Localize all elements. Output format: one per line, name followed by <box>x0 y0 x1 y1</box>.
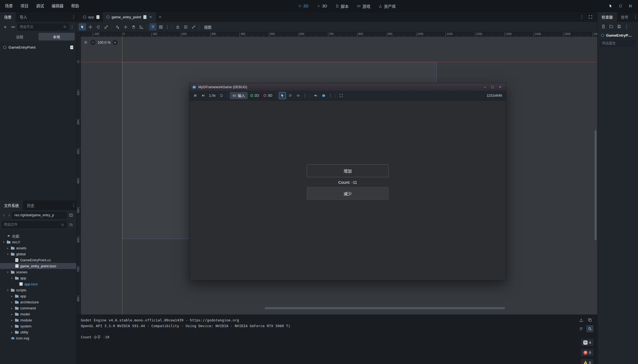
status-badge[interactable]: 0 <box>581 349 593 356</box>
current-path-input[interactable] <box>14 213 64 217</box>
file-tree-row[interactable]: assets <box>0 245 76 251</box>
remote-button[interactable]: 远程 <box>2 33 38 40</box>
file-tree-row[interactable]: architecture <box>0 299 76 305</box>
zoom-out-button[interactable]: − <box>90 40 96 45</box>
game-select-tool-button[interactable] <box>279 92 286 99</box>
minimize-window-icon[interactable]: – <box>484 85 486 89</box>
snap-options-icon[interactable]: ⋮ <box>165 25 170 29</box>
file-tree-row[interactable]: 收藏: <box>0 233 76 239</box>
expander-icon[interactable] <box>6 289 9 292</box>
menu-item[interactable]: 项目 <box>17 0 32 12</box>
local-button[interactable]: 本地 <box>39 33 75 40</box>
expander-icon[interactable] <box>6 247 9 250</box>
close-window-icon[interactable]: × <box>499 85 501 89</box>
dock-tab[interactable]: 场景 <box>0 12 16 22</box>
pause-game-button[interactable] <box>627 3 634 9</box>
instance-scene-icon[interactable] <box>10 23 17 31</box>
expander-icon[interactable] <box>10 295 13 298</box>
game-window[interactable]: MyGFrameworkGame (DEBUG) – □ × 1.0x 输入 <box>189 83 506 280</box>
pivot-tool-button[interactable] <box>122 23 129 31</box>
status-badge[interactable]: 0 <box>581 359 593 364</box>
group-node-button[interactable] <box>182 23 189 31</box>
selection-options-icon[interactable]: ⋮ <box>303 93 308 98</box>
file-tree-row[interactable]: res:// <box>0 239 76 245</box>
expander-icon[interactable] <box>10 301 13 304</box>
file-tree-row[interactable]: scenes <box>0 269 76 275</box>
scene-tab[interactable]: game_entry_point × <box>103 12 156 22</box>
file-tree-row[interactable]: game_entry_point.tscn <box>0 263 76 269</box>
canvas-horizontal-scrollbar[interactable] <box>265 307 505 309</box>
selection-list-icon[interactable] <box>287 92 294 99</box>
dock-tab[interactable]: 检查器 <box>598 12 617 22</box>
scene-tab[interactable]: app × <box>79 12 103 22</box>
dock-tab[interactable]: 导入 <box>16 12 31 22</box>
maximize-window-icon[interactable]: □ <box>492 85 494 89</box>
filter-nodes-input[interactable] <box>20 25 62 29</box>
expander-icon[interactable] <box>10 277 13 280</box>
godot-options-icon[interactable] <box>320 92 327 99</box>
new-resource-icon[interactable] <box>600 23 606 29</box>
sort-files-icon[interactable] <box>67 221 75 228</box>
input-mode-button[interactable]: 输入 <box>230 92 248 99</box>
save-resource-icon[interactable] <box>616 23 622 29</box>
expander-icon[interactable] <box>10 319 13 322</box>
2d-viewport[interactable]: 0100200300400500600700800900 − 100.0 % +… <box>76 37 597 315</box>
list-select-tool-button[interactable] <box>114 23 121 31</box>
3d-mode-button[interactable]: 3D <box>262 92 274 99</box>
search-log-icon[interactable] <box>586 325 593 332</box>
new-scene-tab-icon[interactable] <box>156 12 164 22</box>
file-tree-row[interactable]: utility <box>0 329 76 335</box>
file-tree-row[interactable]: app.tscn <box>0 281 76 287</box>
filter-properties-input[interactable] <box>602 42 634 45</box>
load-resource-icon[interactable] <box>608 23 614 29</box>
file-tree-row[interactable]: global <box>0 251 76 257</box>
file-tree-row[interactable]: icon.svg <box>0 335 76 341</box>
close-tab-icon[interactable]: × <box>149 15 153 19</box>
filesystem-options-icon[interactable]: ⋮ <box>71 203 76 208</box>
menu-item[interactable]: 场景 <box>1 0 17 12</box>
canvas-options-icon[interactable] <box>83 40 88 45</box>
expander-icon[interactable] <box>10 331 13 334</box>
smart-snap-button[interactable] <box>149 23 156 31</box>
file-tree-row[interactable]: app <box>0 275 76 281</box>
scene-tree-root-node[interactable]: GameEntryPoint <box>0 43 76 51</box>
view-menu-button[interactable]: 视图 <box>201 23 214 31</box>
filter-files-input[interactable] <box>4 223 60 227</box>
decrease-button[interactable]: 减少 <box>307 187 389 200</box>
file-tree-row[interactable]: system <box>0 323 76 329</box>
2d-mode-button[interactable]: 2D <box>249 92 261 99</box>
game-cursor-button[interactable] <box>607 3 614 9</box>
scene-tree-options-icon[interactable]: ⋮ <box>70 25 75 29</box>
history-forward-icon[interactable]: › <box>7 212 11 218</box>
expand-editor-icon[interactable] <box>587 13 594 20</box>
canvas-vertical-scrollbar[interactable] <box>595 130 596 240</box>
file-tree-row[interactable]: command <box>0 305 76 311</box>
save-log-icon[interactable] <box>578 316 585 324</box>
restart-game-button[interactable] <box>617 3 624 9</box>
inspector-options-icon[interactable]: ⋮ <box>633 14 638 19</box>
screen-game-button[interactable]: 游戏 <box>354 2 374 10</box>
menu-item[interactable]: 调试 <box>32 0 48 12</box>
screen-assetlib-button[interactable]: 资产库 <box>375 2 399 10</box>
screen-script-button[interactable]: 脚本 <box>332 2 352 10</box>
file-tree-row[interactable]: scripts <box>0 287 76 293</box>
screen-3d-button[interactable]: 3D <box>313 2 330 10</box>
grid-snap-button[interactable] <box>157 23 164 31</box>
next-frame-icon[interactable] <box>200 92 207 99</box>
screen-2d-button[interactable]: 2D <box>295 2 312 10</box>
scene-tab-options-icon[interactable]: ⋮ <box>579 14 584 19</box>
expander-icon[interactable] <box>6 271 9 274</box>
file-tree-row[interactable]: GameEntryPoint.cs <box>0 257 76 263</box>
menu-item[interactable]: 编辑器 <box>48 0 67 12</box>
expander-icon[interactable] <box>6 253 9 256</box>
history-back-icon[interactable]: ‹ <box>2 212 6 218</box>
dock-options-icon[interactable]: ⋮ <box>71 14 76 19</box>
inspected-node-header[interactable]: GameEntryPoint <box>598 31 638 39</box>
dock-tab[interactable]: 历史 <box>23 200 39 210</box>
pan-tool-button[interactable] <box>130 23 137 31</box>
zoom-in-button[interactable]: + <box>113 40 118 45</box>
reset-speed-icon[interactable] <box>218 92 225 99</box>
game-window-titlebar[interactable]: MyGFrameworkGame (DEBUG) – □ × <box>190 83 506 91</box>
expander-icon[interactable] <box>10 307 13 310</box>
expander-icon[interactable] <box>2 241 5 244</box>
